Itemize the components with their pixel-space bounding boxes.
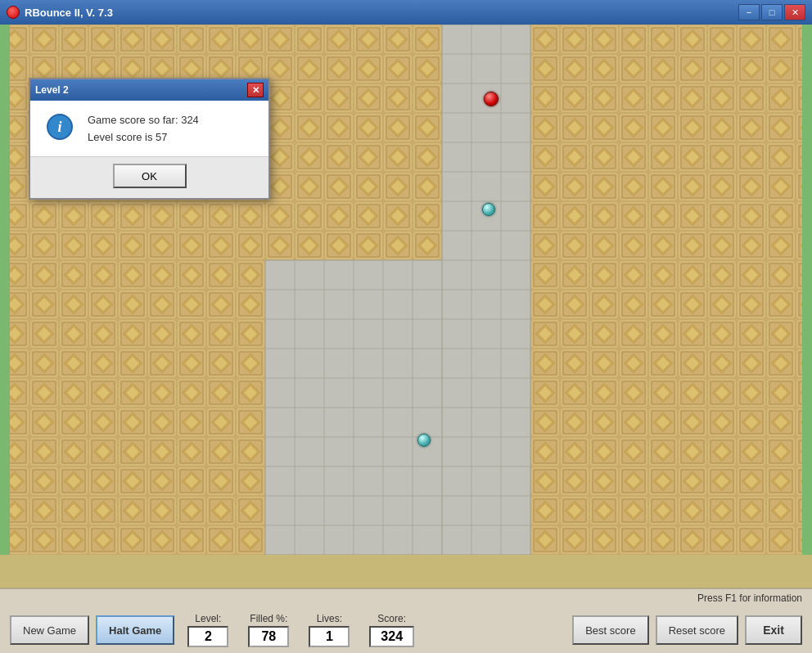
game-area: Level 2 ✕ i Game score so far: 324 Level… xyxy=(0,25,812,588)
f1-hint: Press F1 for information xyxy=(10,592,802,604)
maximize-button[interactable]: □ xyxy=(761,4,783,20)
best-score-button[interactable]: Best score xyxy=(572,615,648,645)
level-value: 2 xyxy=(187,626,228,647)
dialog-title: Level 2 xyxy=(35,84,69,96)
level-label: Level: xyxy=(195,613,221,624)
close-button[interactable]: ✕ xyxy=(784,4,805,20)
dialog-text: Game score so far: 324 Level score is 57 xyxy=(88,114,199,143)
exit-button[interactable]: Exit xyxy=(745,615,802,645)
dialog-close-button[interactable]: ✕ xyxy=(247,83,264,97)
score-value: 324 xyxy=(369,626,414,647)
dialog-line1: Game score so far: 324 xyxy=(88,114,199,126)
title-bar: RBounce II, V. 7.3 − □ ✕ xyxy=(0,0,812,25)
reset-score-button[interactable]: Reset score xyxy=(656,615,738,645)
dialog-footer: OK xyxy=(30,156,268,198)
halt-game-button[interactable]: Halt Game xyxy=(96,615,174,645)
lives-value: 1 xyxy=(309,626,350,647)
dialog-title-bar: Level 2 ✕ xyxy=(30,79,268,101)
level-dialog: Level 2 ✕ i Game score so far: 324 Level… xyxy=(29,78,270,200)
window-title: RBounce II, V. 7.3 xyxy=(25,7,113,19)
window-controls: − □ ✕ xyxy=(738,4,805,20)
dialog-line2: Level score is 57 xyxy=(88,131,199,143)
filled-value: 78 xyxy=(248,626,289,647)
filled-stat: Filled %: 78 xyxy=(248,613,289,647)
status-bar: Press F1 for information New Game Halt G… xyxy=(0,588,812,653)
minimize-button[interactable]: − xyxy=(738,4,760,20)
dialog-overlay: Level 2 ✕ i Game score so far: 324 Level… xyxy=(0,25,812,588)
lives-stat: Lives: 1 xyxy=(309,613,350,647)
score-label: Score: xyxy=(377,613,406,624)
filled-label: Filled %: xyxy=(250,613,287,624)
lives-label: Lives: xyxy=(317,613,342,624)
ok-button[interactable]: OK xyxy=(113,164,187,188)
app-icon xyxy=(7,6,20,19)
level-stat: Level: 2 xyxy=(187,613,228,647)
score-stat: Score: 324 xyxy=(369,613,414,647)
title-bar-left: RBounce II, V. 7.3 xyxy=(7,6,113,19)
controls-row: New Game Halt Game Level: 2 Filled %: 78… xyxy=(10,607,802,653)
dialog-body: i Game score so far: 324 Level score is … xyxy=(30,101,268,156)
info-circle: i xyxy=(47,114,73,140)
info-icon: i xyxy=(47,114,76,143)
new-game-button[interactable]: New Game xyxy=(10,615,89,645)
